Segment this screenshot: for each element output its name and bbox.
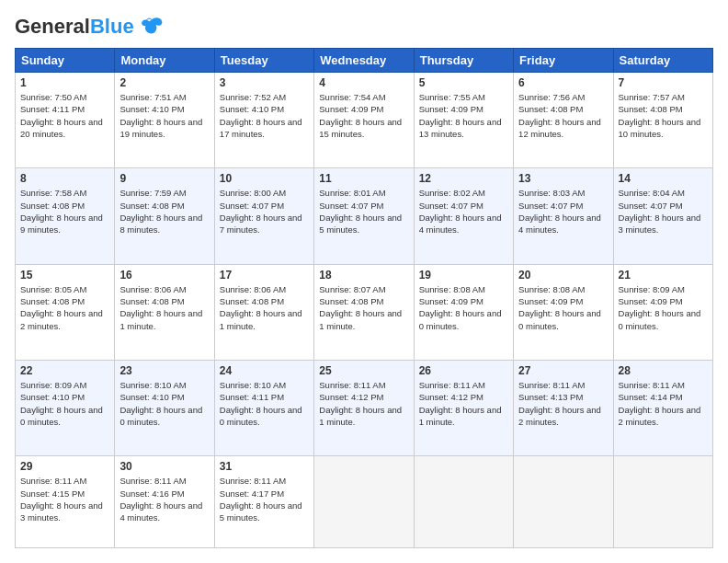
daylight-label: Daylight: 8 hours and 2 minutes. xyxy=(20,308,103,330)
sunset-label: Sunset: 4:12 PM xyxy=(419,392,483,402)
logo: GeneralBlue xyxy=(15,15,165,39)
day-number: 17 xyxy=(220,269,309,282)
day-info: Sunrise: 7:59 AM Sunset: 4:08 PM Dayligh… xyxy=(119,187,209,236)
sunrise-label: Sunrise: 8:08 AM xyxy=(419,284,485,294)
day-info: Sunrise: 8:06 AM Sunset: 4:08 PM Dayligh… xyxy=(220,283,309,332)
sunset-label: Sunset: 4:07 PM xyxy=(319,201,383,211)
day-number: 11 xyxy=(319,172,408,185)
sunrise-label: Sunrise: 7:59 AM xyxy=(119,188,186,198)
day-info: Sunrise: 8:08 AM Sunset: 4:09 PM Dayligh… xyxy=(419,283,508,332)
day-info: Sunrise: 7:51 AM Sunset: 4:10 PM Dayligh… xyxy=(119,91,209,140)
daylight-label: Daylight: 8 hours and 4 minutes. xyxy=(518,213,601,235)
calendar-header-row: Sunday Monday Tuesday Wednesday Thursday… xyxy=(16,49,713,73)
sunset-label: Sunset: 4:08 PM xyxy=(220,296,284,306)
day-number: 25 xyxy=(319,364,408,377)
daylight-label: Daylight: 8 hours and 19 minutes. xyxy=(119,117,202,139)
day-number: 20 xyxy=(518,269,608,282)
day-info: Sunrise: 8:11 AM Sunset: 4:12 PM Dayligh… xyxy=(319,379,408,428)
sunset-label: Sunset: 4:10 PM xyxy=(20,392,85,402)
daylight-label: Daylight: 8 hours and 10 minutes. xyxy=(619,117,701,139)
day-number: 18 xyxy=(319,269,408,282)
sunrise-label: Sunrise: 7:57 AM xyxy=(619,92,685,102)
daylight-label: Daylight: 8 hours and 0 minutes. xyxy=(518,308,601,330)
sunrise-label: Sunrise: 8:10 AM xyxy=(220,380,286,390)
sunrise-label: Sunrise: 7:54 AM xyxy=(319,92,385,102)
col-thursday: Thursday xyxy=(414,49,513,73)
day-number: 6 xyxy=(518,76,608,89)
sunrise-label: Sunrise: 7:56 AM xyxy=(518,92,585,102)
calendar-day-cell: 21 Sunrise: 8:09 AM Sunset: 4:09 PM Dayl… xyxy=(613,264,712,360)
col-tuesday: Tuesday xyxy=(214,49,313,73)
calendar-day-cell: 6 Sunrise: 7:56 AM Sunset: 4:08 PM Dayli… xyxy=(514,73,613,168)
calendar-day-cell: 31 Sunrise: 8:11 AM Sunset: 4:17 PM Dayl… xyxy=(214,456,313,548)
daylight-label: Daylight: 8 hours and 5 minutes. xyxy=(220,500,302,523)
calendar-day-cell: 5 Sunrise: 7:55 AM Sunset: 4:09 PM Dayli… xyxy=(414,73,513,168)
calendar-day-cell: 19 Sunrise: 8:08 AM Sunset: 4:09 PM Dayl… xyxy=(414,264,513,360)
day-number: 10 xyxy=(220,172,309,185)
sunrise-label: Sunrise: 8:11 AM xyxy=(619,380,685,390)
day-info: Sunrise: 8:07 AM Sunset: 4:08 PM Dayligh… xyxy=(319,283,408,332)
daylight-label: Daylight: 8 hours and 3 minutes. xyxy=(20,500,103,523)
day-number: 28 xyxy=(619,364,708,377)
sunrise-label: Sunrise: 8:07 AM xyxy=(319,284,385,294)
day-info: Sunrise: 8:09 AM Sunset: 4:09 PM Dayligh… xyxy=(619,283,708,332)
sunrise-label: Sunrise: 8:09 AM xyxy=(20,380,86,390)
header: GeneralBlue xyxy=(15,15,713,39)
day-info: Sunrise: 8:02 AM Sunset: 4:07 PM Dayligh… xyxy=(419,187,508,236)
daylight-label: Daylight: 8 hours and 15 minutes. xyxy=(319,117,402,139)
sunrise-label: Sunrise: 7:58 AM xyxy=(20,188,86,198)
sunset-label: Sunset: 4:08 PM xyxy=(119,296,184,306)
sunrise-label: Sunrise: 8:00 AM xyxy=(220,188,286,198)
day-info: Sunrise: 8:10 AM Sunset: 4:11 PM Dayligh… xyxy=(220,379,309,428)
day-number: 16 xyxy=(119,269,209,282)
calendar-day-cell: 27 Sunrise: 8:11 AM Sunset: 4:13 PM Dayl… xyxy=(514,361,613,456)
sunset-label: Sunset: 4:11 PM xyxy=(220,392,284,402)
col-sunday: Sunday xyxy=(16,49,115,73)
sunset-label: Sunset: 4:08 PM xyxy=(619,104,683,114)
daylight-label: Daylight: 8 hours and 4 minutes. xyxy=(419,213,502,235)
daylight-label: Daylight: 8 hours and 8 minutes. xyxy=(119,213,202,235)
calendar-day-cell xyxy=(314,456,414,548)
day-info: Sunrise: 8:11 AM Sunset: 4:12 PM Dayligh… xyxy=(419,379,508,428)
day-info: Sunrise: 8:10 AM Sunset: 4:10 PM Dayligh… xyxy=(119,379,209,428)
calendar-day-cell: 23 Sunrise: 8:10 AM Sunset: 4:10 PM Dayl… xyxy=(115,361,214,456)
day-number: 14 xyxy=(619,172,708,185)
day-number: 31 xyxy=(220,460,309,473)
calendar-day-cell: 15 Sunrise: 8:05 AM Sunset: 4:08 PM Dayl… xyxy=(16,264,115,360)
sunrise-label: Sunrise: 7:55 AM xyxy=(419,92,485,102)
calendar-day-cell xyxy=(613,456,712,548)
daylight-label: Daylight: 8 hours and 0 minutes. xyxy=(619,308,701,330)
calendar-day-cell: 16 Sunrise: 8:06 AM Sunset: 4:08 PM Dayl… xyxy=(115,264,214,360)
sunset-label: Sunset: 4:14 PM xyxy=(619,392,683,402)
logo-blue: Blue xyxy=(90,15,134,38)
calendar-table: Sunday Monday Tuesday Wednesday Thursday… xyxy=(15,48,713,548)
sunrise-label: Sunrise: 7:51 AM xyxy=(119,92,186,102)
sunrise-label: Sunrise: 8:03 AM xyxy=(518,188,585,198)
day-info: Sunrise: 7:58 AM Sunset: 4:08 PM Dayligh… xyxy=(20,187,109,236)
sunset-label: Sunset: 4:10 PM xyxy=(119,392,184,402)
sunset-label: Sunset: 4:08 PM xyxy=(119,201,184,211)
sunrise-label: Sunrise: 8:06 AM xyxy=(119,284,186,294)
day-number: 22 xyxy=(20,364,109,377)
logo-bird-icon xyxy=(139,13,165,39)
day-number: 24 xyxy=(220,364,309,377)
sunset-label: Sunset: 4:09 PM xyxy=(319,104,383,114)
day-info: Sunrise: 7:57 AM Sunset: 4:08 PM Dayligh… xyxy=(619,91,708,140)
day-info: Sunrise: 7:52 AM Sunset: 4:10 PM Dayligh… xyxy=(220,91,309,140)
day-info: Sunrise: 8:04 AM Sunset: 4:07 PM Dayligh… xyxy=(619,187,708,236)
sunset-label: Sunset: 4:10 PM xyxy=(119,104,184,114)
daylight-label: Daylight: 8 hours and 1 minute. xyxy=(119,308,202,330)
day-info: Sunrise: 8:11 AM Sunset: 4:13 PM Dayligh… xyxy=(518,379,608,428)
calendar-day-cell: 9 Sunrise: 7:59 AM Sunset: 4:08 PM Dayli… xyxy=(115,168,214,264)
daylight-label: Daylight: 8 hours and 5 minutes. xyxy=(319,213,402,235)
day-info: Sunrise: 7:56 AM Sunset: 4:08 PM Dayligh… xyxy=(518,91,608,140)
sunrise-label: Sunrise: 8:06 AM xyxy=(220,284,286,294)
sunset-label: Sunset: 4:08 PM xyxy=(319,296,383,306)
calendar-day-cell: 17 Sunrise: 8:06 AM Sunset: 4:08 PM Dayl… xyxy=(214,264,313,360)
sunset-label: Sunset: 4:09 PM xyxy=(419,104,483,114)
daylight-label: Daylight: 8 hours and 2 minutes. xyxy=(518,405,601,427)
daylight-label: Daylight: 8 hours and 0 minutes. xyxy=(220,405,302,427)
daylight-label: Daylight: 8 hours and 3 minutes. xyxy=(619,213,701,235)
sunrise-label: Sunrise: 8:11 AM xyxy=(20,476,86,486)
calendar-week-row: 22 Sunrise: 8:09 AM Sunset: 4:10 PM Dayl… xyxy=(16,361,713,456)
